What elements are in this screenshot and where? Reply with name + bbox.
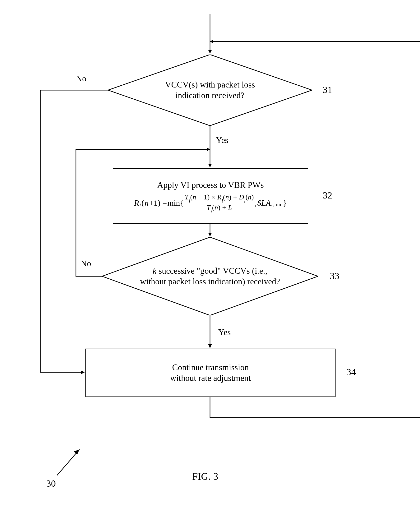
label-32: 32: [323, 190, 332, 201]
decision-33-rest1: successive "good" VCCVs (i.e.,: [156, 266, 267, 275]
edge-label-33-no: No: [81, 259, 91, 268]
process-34-line1: Continue transmission: [172, 362, 249, 373]
label-33: 33: [330, 270, 339, 282]
decision-33: k successive "good" VCCVs (i.e., without…: [102, 237, 318, 315]
edge-label-31-no: No: [76, 73, 86, 84]
decision-31-text-2: indication received?: [176, 90, 245, 101]
label-34: 34: [346, 366, 356, 378]
edge-label-33-yes: Yes: [218, 327, 231, 337]
process-32-title: Apply VI process to VBR PWs: [157, 180, 264, 190]
decision-33-text-1: k successive "good" VCCVs (i.e.,: [153, 266, 267, 276]
decision-31: VCCV(s) with packet loss indication rece…: [108, 55, 312, 126]
edge-label-31-yes: Yes: [216, 135, 228, 145]
label-31: 31: [323, 84, 332, 95]
decision-33-k: k: [153, 266, 156, 275]
decision-31-text-1: VCCV(s) with packet loss: [165, 79, 255, 90]
process-32: Apply VI process to VBR PWs Ri(n+1) = mi…: [113, 168, 308, 224]
reference-30-label: 30: [46, 478, 56, 489]
process-32-formula: Ri(n+1) = min{ Ti(n − 1) × Ri(n) + Di(n)…: [134, 193, 287, 212]
flowchart-canvas: VCCV(s) with packet loss indication rece…: [0, 0, 420, 507]
decision-33-text-2: without packet loss indication) received…: [140, 276, 280, 287]
process-34: Continue transmission without rate adjus…: [85, 349, 335, 397]
svg-marker-7: [74, 449, 79, 455]
process-34-line2: without rate adjustment: [170, 373, 251, 383]
reference-30-arrow: [53, 446, 84, 479]
figure-caption: FIG. 3: [192, 471, 218, 482]
